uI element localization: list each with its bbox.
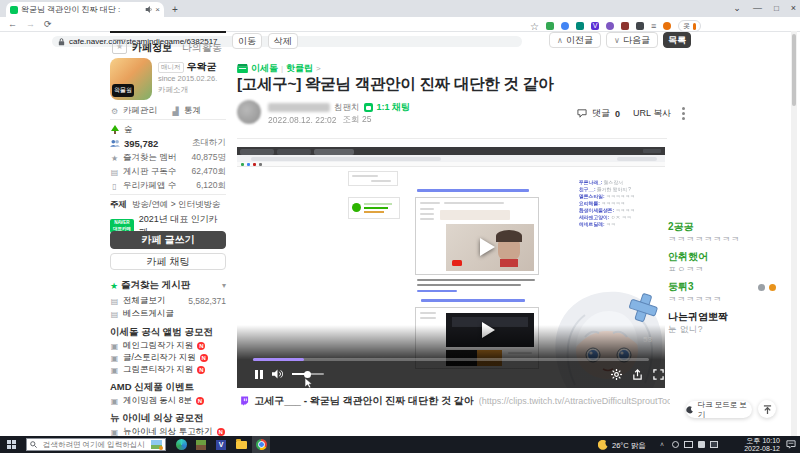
cafe-intro-link[interactable]: 카페소개: [158, 85, 188, 95]
volume-knob[interactable]: [304, 371, 311, 378]
edge-icon[interactable]: [172, 436, 190, 453]
new-tab-button[interactable]: +: [172, 4, 178, 15]
volume-slider[interactable]: [292, 373, 324, 375]
cafe-favorite-star-button[interactable]: ★: [112, 39, 127, 54]
tab-audio-icon[interactable]: [145, 6, 152, 13]
tray-expand-icon[interactable]: ＾: [658, 440, 666, 451]
pause-button[interactable]: [255, 370, 263, 379]
tray-icon[interactable]: [698, 441, 705, 448]
forward-icon[interactable]: →: [26, 19, 35, 29]
post-title: [고세구~] 왁굳님 객관안이 진짜 대단한 것 같아: [237, 74, 667, 95]
minecraft-icon[interactable]: [192, 436, 210, 453]
board-item[interactable]: ▣글/스토리작가 지원N: [110, 352, 208, 364]
action-center-icon[interactable]: [786, 440, 796, 449]
play-icon[interactable]: [480, 238, 495, 256]
breadcrumb-arrow-icon[interactable]: >: [316, 64, 321, 73]
author-rank: 침팬치: [334, 102, 360, 114]
next-post-button[interactable]: ∨다음글: [606, 32, 658, 48]
author-avatar[interactable]: [237, 100, 261, 124]
extension-icon[interactable]: [561, 22, 569, 30]
window-minimize-button[interactable]: —: [753, 3, 762, 13]
cafe-profile-image[interactable]: 왁물원: [110, 58, 152, 100]
window-close-button[interactable]: ×: [791, 3, 796, 13]
profile-avatar[interactable]: [663, 22, 671, 30]
board-item[interactable]: ▣메인그림작가 지원N: [110, 340, 205, 352]
cafe-write-button[interactable]: 카페 글쓰기: [110, 231, 226, 249]
fav-boards-header[interactable]: 즐겨찾는 게시판: [121, 279, 190, 292]
chat-1on1-link[interactable]: 1:1 채팅: [377, 101, 411, 114]
board-item[interactable]: ▣그림콘티작가 지원N: [110, 364, 205, 376]
cafe-chat-button[interactable]: 카페 채팅: [110, 253, 226, 270]
extension-icon[interactable]: [606, 22, 614, 30]
start-button[interactable]: [2, 436, 20, 453]
cafe-stats-link[interactable]: 통계: [184, 105, 201, 117]
bing-image-icon[interactable]: [151, 440, 162, 449]
weather-text[interactable]: 26°C 맑음: [612, 441, 646, 451]
extension-icon[interactable]: [576, 22, 584, 30]
video-inner-chat: 푸른나래_: 헬스장서 친구__: 즐거한 짱아지 ? 멜론스타일: ㅋㅋㅋㅋㅋ…: [579, 180, 665, 229]
search-input[interactable]: [41, 439, 147, 450]
scroll-top-button[interactable]: [758, 400, 776, 418]
tab-close-icon[interactable]: ×: [155, 5, 160, 14]
share-icon[interactable]: [632, 369, 643, 380]
settings-gear-icon[interactable]: [611, 369, 622, 380]
reload-icon[interactable]: ⟳: [44, 19, 52, 29]
list-button[interactable]: 목록: [663, 32, 691, 48]
tab-cafe-info[interactable]: 카페정보: [132, 41, 172, 55]
board-icon: ▤: [110, 168, 119, 177]
window-maximize-button[interactable]: □: [774, 4, 779, 13]
v-app-icon[interactable]: V: [212, 436, 230, 453]
board-item[interactable]: ▤전체글보기 5,582,371: [110, 295, 226, 307]
tab-search-caret-icon[interactable]: ⌄: [733, 3, 741, 13]
prev-post-button[interactable]: ∧이전글: [549, 32, 601, 48]
chat-username: 둥튀3: [668, 280, 694, 294]
move-button[interactable]: 이동: [232, 33, 262, 49]
delete-button[interactable]: 삭제: [268, 33, 298, 49]
twitch-icon: [240, 395, 249, 408]
url-copy-button[interactable]: URL 복사: [633, 107, 671, 120]
tab-my-activity[interactable]: 나의활동: [182, 41, 222, 55]
cafe-logo-text: 왁물원: [112, 84, 134, 97]
video-progress-track[interactable]: [253, 358, 649, 361]
extension-icon[interactable]: [546, 22, 554, 30]
video-player[interactable]: 푸른나래_: 헬스장서 친구__: 즐거한 짱아지 ? 멜론스타일: ㅋㅋㅋㅋㅋ…: [237, 147, 665, 388]
more-menu-icon[interactable]: [682, 106, 685, 121]
scrollbar-thumb[interactable]: [792, 34, 796, 106]
dark-mode-button[interactable]: 다크 모드로 보기: [686, 401, 752, 418]
volume-icon[interactable]: [272, 369, 283, 379]
file-explorer-icon[interactable]: [232, 436, 250, 453]
tray-icon[interactable]: [684, 441, 693, 448]
board-item[interactable]: ▤베스트게시글: [110, 308, 174, 320]
caption-link[interactable]: (https://clips.twitch.tv/AttractiveDiffi…: [479, 396, 670, 406]
extensions-puzzle-icon[interactable]: [636, 22, 644, 30]
reading-list-icon[interactable]: ≡: [651, 21, 656, 31]
video-inner-cafe-box: [348, 197, 400, 219]
back-icon[interactable]: ←: [8, 19, 17, 29]
invite-link[interactable]: 초대하기: [192, 137, 226, 149]
star-icon: ★: [110, 154, 119, 163]
taskbar-search[interactable]: [26, 438, 166, 451]
fullscreen-icon[interactable]: [653, 369, 664, 380]
video-progress-fill: [253, 358, 304, 361]
doc-icon: ▣: [110, 342, 119, 351]
comments-count: 0: [615, 109, 620, 119]
comment-icon[interactable]: [577, 109, 587, 118]
tray-icon[interactable]: [672, 441, 679, 448]
topic-value[interactable]: 방송/연예 > 인터넷방송: [132, 199, 221, 211]
ime-indicator-icon[interactable]: [710, 441, 718, 448]
browser-tab-active[interactable]: 왁굳님 객관안이 진짜 대단 : ×: [6, 2, 164, 17]
bookmark-star-icon[interactable]: ☆: [530, 21, 539, 32]
video-inner-link: [417, 189, 529, 192]
board-item[interactable]: ▣게이밍겜 동시 8분N: [110, 395, 204, 407]
chevron-down-icon[interactable]: ▾: [222, 281, 226, 290]
manager-name[interactable]: 우왁굳: [187, 60, 217, 74]
comments-label[interactable]: 댓글: [592, 107, 610, 120]
cafe-manage-link[interactable]: 카페관리: [123, 105, 157, 117]
taskbar-clock[interactable]: 오후 10:10 2022-08-12: [728, 437, 780, 452]
chrome-icon[interactable]: [252, 436, 270, 453]
moon-icon: [686, 406, 694, 414]
profile-chip[interactable]: 옷: [678, 20, 701, 32]
extension-icon[interactable]: [621, 22, 629, 30]
author-name-blurred[interactable]: [268, 103, 330, 112]
extension-icon[interactable]: V: [591, 22, 599, 30]
